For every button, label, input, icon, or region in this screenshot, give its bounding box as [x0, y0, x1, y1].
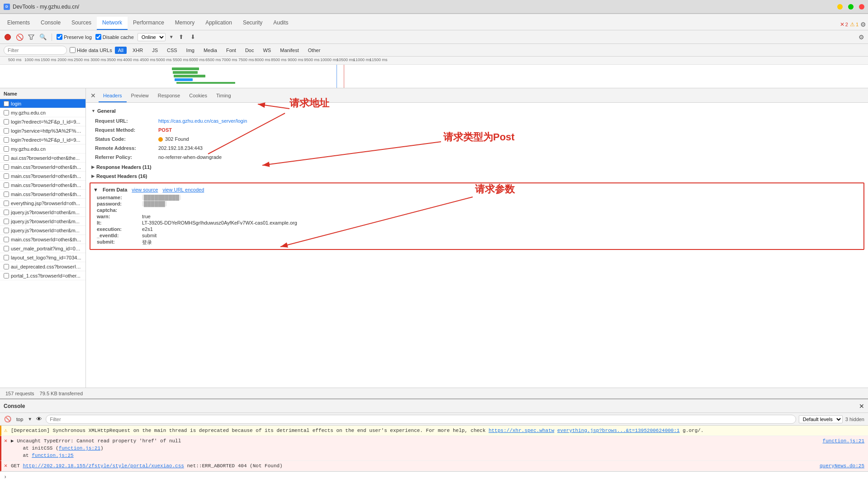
request-row-6[interactable]: aui.css?browserId=other&the... — [0, 153, 85, 163]
deprecation-link-2[interactable]: everything.jsp?brows...&t=1395200624000:… — [557, 428, 680, 433]
request-checkbox-3[interactable] — [4, 128, 9, 134]
filter-manifest-button[interactable]: Manifest — [277, 47, 302, 54]
request-row-15[interactable]: main.css?browserId=other&th... — [0, 235, 85, 244]
import-button[interactable]: ⬆ — [177, 33, 185, 41]
disable-cache-checkbox-label[interactable]: Disable cache — [95, 34, 134, 40]
filter-doc-button[interactable]: Doc — [242, 47, 257, 54]
throttle-select[interactable]: Online — [138, 33, 166, 41]
console-level-select[interactable]: Default levels — [799, 415, 843, 423]
response-headers-section-header[interactable]: ▶ Response Headers (11) — [86, 163, 868, 172]
tab-network[interactable]: Network — [97, 17, 128, 30]
tab-security[interactable]: Security — [237, 17, 268, 30]
request-checkbox-9[interactable] — [4, 182, 9, 188]
request-checkbox-5[interactable] — [4, 146, 9, 152]
request-row-14[interactable]: jquery.js?browserId=other&m... — [0, 226, 85, 235]
settings-icon[interactable]: ⚙ — [860, 21, 866, 28]
tab-application[interactable]: Application — [200, 17, 237, 30]
function-js-link-2[interactable]: function.js:25 — [32, 453, 73, 458]
request-row-7[interactable]: main.css?browserId=other&th... — [0, 163, 85, 172]
request-row-4[interactable]: login?redirect=%2F&p_l_id=9... — [0, 135, 85, 144]
filter-other-button[interactable]: Other — [305, 47, 324, 54]
console-location-2[interactable]: queryNews.do:25 — [812, 462, 864, 470]
console-clear-button[interactable]: 🚫 — [4, 415, 12, 423]
filter-all-button[interactable]: All — [115, 47, 127, 54]
tab-elements[interactable]: Elements — [2, 17, 35, 30]
tab-cookies[interactable]: Cookies — [185, 90, 212, 102]
request-checkbox-8[interactable] — [4, 173, 9, 179]
request-checkbox-14[interactable] — [4, 228, 9, 233]
request-row-login[interactable]: login — [0, 99, 85, 108]
tab-response[interactable]: Response — [153, 90, 185, 102]
request-headers-section-header[interactable]: ▶ Request Headers (16) — [86, 172, 868, 181]
console-filter-input[interactable] — [46, 415, 796, 424]
filter-xhr-button[interactable]: XHR — [129, 47, 146, 54]
request-checkbox-17[interactable] — [4, 255, 9, 260]
export-button[interactable]: ⬇ — [189, 33, 197, 41]
filter-font-button[interactable]: Font — [223, 47, 239, 54]
request-row-2[interactable]: login?redirect=%2F&p_l_id=9... — [0, 117, 85, 126]
filter-img-button[interactable]: Img — [183, 47, 198, 54]
filter-input[interactable] — [4, 46, 67, 55]
request-checkbox-13[interactable] — [4, 219, 9, 224]
request-checkbox-1[interactable] — [4, 110, 9, 115]
css-404-link[interactable]: http://202.192.18.155/zfstyle/style/port… — [23, 463, 184, 469]
record-button[interactable] — [4, 33, 12, 41]
view-source-link[interactable]: view source — [132, 187, 158, 192]
request-row-16[interactable]: user_male_portrait?img_id=08... — [0, 244, 85, 253]
filter-button[interactable] — [27, 33, 35, 41]
request-checkbox-6[interactable] — [4, 155, 9, 161]
preserve-log-checkbox-label[interactable]: Preserve log — [57, 34, 92, 40]
filter-media-button[interactable]: Media — [200, 47, 220, 54]
general-section-header[interactable]: ▼ General — [86, 106, 868, 115]
request-row-17[interactable]: layout_set_logo?img_id=7034... — [0, 253, 85, 262]
request-checkbox-login[interactable] — [4, 101, 9, 106]
filter-js-button[interactable]: JS — [149, 47, 161, 54]
console-top-button[interactable]: top — [14, 415, 25, 423]
hide-data-urls-checkbox[interactable] — [70, 47, 76, 53]
request-row-5[interactable]: my.gzhu.edu.cn — [0, 144, 85, 153]
tab-sources[interactable]: Sources — [66, 17, 97, 30]
tab-timing[interactable]: Timing — [212, 90, 236, 102]
close-button[interactable] — [859, 4, 864, 10]
tab-headers[interactable]: Headers — [99, 90, 127, 102]
close-console-button[interactable]: ✕ — [859, 403, 864, 410]
request-checkbox-2[interactable] — [4, 119, 9, 125]
request-row-12[interactable]: jquery.js?browserId=other&m... — [0, 208, 85, 217]
close-details-button[interactable]: ✕ — [88, 89, 99, 102]
request-checkbox-19[interactable] — [4, 273, 9, 278]
request-checkbox-12[interactable] — [4, 210, 9, 215]
request-checkbox-15[interactable] — [4, 237, 9, 242]
request-checkbox-4[interactable] — [4, 137, 9, 143]
request-checkbox-10[interactable] — [4, 192, 9, 197]
request-checkbox-18[interactable] — [4, 264, 9, 269]
view-url-encoded-link[interactable]: view URL encoded — [162, 187, 204, 192]
tab-console[interactable]: Console — [35, 17, 66, 30]
maximize-button[interactable] — [848, 4, 854, 10]
tab-audits[interactable]: Audits — [268, 17, 294, 30]
console-eye-button[interactable]: 👁 — [35, 415, 43, 423]
function-js-link-1[interactable]: function.js:21 — [59, 446, 100, 451]
tab-performance[interactable]: Performance — [128, 17, 170, 30]
request-checkbox-11[interactable] — [4, 201, 9, 206]
request-checkbox-16[interactable] — [4, 246, 9, 251]
request-row-19[interactable]: portal_1.css?browserId=other... — [0, 271, 85, 280]
filter-css-button[interactable]: CSS — [164, 47, 180, 54]
clear-button[interactable]: 🚫 — [15, 33, 24, 41]
request-checkbox-7[interactable] — [4, 164, 9, 170]
disable-cache-checkbox[interactable] — [95, 34, 101, 40]
request-row-9[interactable]: main.css?browserId=other&th... — [0, 181, 85, 190]
search-button[interactable]: 🔍 — [39, 33, 47, 41]
hide-data-urls-label[interactable]: Hide data URLs — [70, 47, 112, 53]
request-row-3[interactable]: login?service=http%3A%2F%2... — [0, 126, 85, 135]
preserve-log-checkbox[interactable] — [57, 34, 62, 40]
tab-memory[interactable]: Memory — [170, 17, 200, 30]
filter-ws-button[interactable]: WS — [260, 47, 274, 54]
request-row-1[interactable]: my.gzhu.edu.cn — [0, 108, 85, 117]
request-row-8[interactable]: main.css?browserId=other&th... — [0, 172, 85, 181]
request-row-10[interactable]: main.css?browserId=other&th... — [0, 190, 85, 199]
minimize-button[interactable] — [837, 4, 843, 10]
request-row-11[interactable]: everything.jsp?browserId=oth... — [0, 199, 85, 208]
request-row-18[interactable]: aui_deprecated.css?browserId... — [0, 262, 85, 271]
request-row-13[interactable]: jquery.js?browserId=other&m... — [0, 217, 85, 226]
tab-preview[interactable]: Preview — [127, 90, 153, 102]
